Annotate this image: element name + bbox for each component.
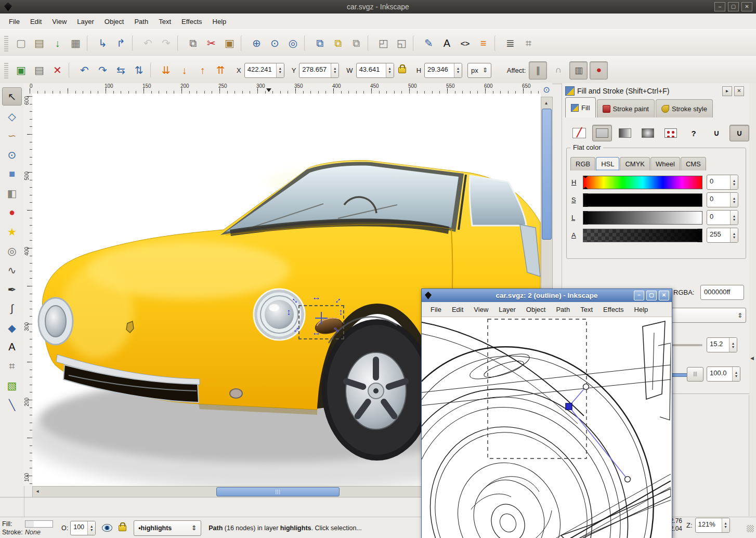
minimize-button[interactable]: – bbox=[634, 291, 644, 300]
raise-to-top-icon[interactable]: ⇈ bbox=[212, 62, 229, 79]
opacity-field[interactable]: 100.0 bbox=[707, 366, 740, 382]
swatch-orange-1[interactable] bbox=[159, 497, 185, 517]
menu-layer[interactable]: Layer bbox=[72, 16, 99, 28]
ungroup-icon[interactable]: ◱ bbox=[393, 35, 410, 52]
tab-stroke-style[interactable]: Stroke style bbox=[656, 99, 713, 117]
close-dialog-button[interactable]: ✕ bbox=[734, 86, 744, 96]
scroll-up-icon[interactable]: ▴ bbox=[541, 98, 551, 108]
layer-visibility-icon[interactable] bbox=[102, 524, 112, 532]
toolbar-grip[interactable] bbox=[4, 62, 8, 78]
fill-linear-gradient-button[interactable] bbox=[615, 125, 635, 141]
unlink-clone-icon[interactable]: ⧉ bbox=[348, 35, 365, 52]
maximize-button[interactable]: ▢ bbox=[728, 2, 739, 11]
fill-rule-nonzero-button[interactable]: ∪ bbox=[729, 125, 749, 141]
swatch-plum-2[interactable] bbox=[343, 497, 370, 517]
menu-object[interactable]: Object bbox=[100, 16, 129, 28]
menu-object[interactable]: Object bbox=[522, 304, 551, 315]
box3d-tool[interactable]: ◧ bbox=[3, 185, 21, 202]
swatch-chameleon-1[interactable] bbox=[79, 497, 106, 517]
tab-cms[interactable]: CMS bbox=[681, 157, 706, 170]
print-icon[interactable]: ▦ bbox=[67, 35, 84, 52]
tab-stroke-paint[interactable]: Stroke paint bbox=[597, 99, 655, 117]
duplicate-icon[interactable]: ⧉ bbox=[311, 35, 329, 52]
fill-rule-evenodd-button[interactable]: ∪ bbox=[707, 125, 726, 141]
hue-slider[interactable] bbox=[583, 176, 702, 189]
zoom-field[interactable]: 121% bbox=[695, 518, 730, 533]
star-tool[interactable]: ★ bbox=[3, 223, 21, 240]
swatch-orange-2[interactable] bbox=[185, 497, 211, 517]
redo-icon[interactable]: ↷ bbox=[158, 35, 175, 52]
fill-swatch[interactable] bbox=[25, 520, 53, 528]
undo-icon[interactable]: ↶ bbox=[139, 35, 157, 52]
horizontal-ruler[interactable]: 0100150200250300350400450500550600650 bbox=[24, 83, 541, 94]
rotate-cw-icon[interactable]: ↷ bbox=[94, 62, 111, 79]
swatch-butter-1[interactable] bbox=[0, 497, 27, 517]
toolbar-grip[interactable] bbox=[4, 35, 8, 51]
window-resize-grip[interactable] bbox=[747, 525, 754, 532]
x-field[interactable]: 422.241 bbox=[244, 63, 284, 78]
create-clone-icon[interactable]: ⧉ bbox=[330, 35, 347, 52]
ellipse-tool[interactable]: ● bbox=[3, 204, 21, 221]
menu-text[interactable]: Text bbox=[576, 304, 597, 315]
group-icon[interactable]: ◰ bbox=[375, 35, 392, 52]
menu-layer[interactable]: Layer bbox=[494, 304, 520, 315]
horizontal-scroll-thumb[interactable]: ||| bbox=[216, 487, 340, 496]
skew-handle-top[interactable]: ↔ bbox=[312, 294, 321, 301]
height-field[interactable]: 29.346 bbox=[424, 63, 462, 78]
align-dialog-icon[interactable]: ≡ bbox=[475, 35, 492, 52]
hue-field[interactable]: 0 bbox=[707, 175, 738, 190]
lock-ratio-icon[interactable] bbox=[398, 67, 406, 73]
y-field[interactable]: 278.657 bbox=[299, 63, 339, 78]
layer-combo[interactable]: •highlights bbox=[134, 520, 201, 536]
save-document-icon[interactable]: ↓ bbox=[49, 35, 66, 52]
menu-path[interactable]: Path bbox=[551, 304, 575, 315]
swatch-chameleon-3[interactable] bbox=[132, 497, 159, 517]
select-all-icon[interactable]: ▣ bbox=[12, 62, 30, 79]
swatch-skyblue-1[interactable] bbox=[238, 497, 264, 517]
lower-icon[interactable]: ↓ bbox=[176, 62, 193, 79]
export-icon[interactable]: ↱ bbox=[112, 35, 129, 52]
unit-combo[interactable]: px bbox=[467, 63, 491, 78]
spiral-tool[interactable]: ◎ bbox=[3, 242, 21, 259]
blur-field[interactable]: 15.2 bbox=[707, 337, 737, 352]
opacity-slider-thumb[interactable]: ||| bbox=[687, 367, 703, 382]
tab-hsl[interactable]: HSL bbox=[596, 157, 619, 170]
document-properties-icon[interactable]: ⌗ bbox=[520, 35, 537, 52]
zoom-selection-icon[interactable]: ⊕ bbox=[248, 35, 265, 52]
xml-editor-icon[interactable]: <> bbox=[457, 35, 474, 52]
maximize-button[interactable]: ▢ bbox=[646, 291, 657, 300]
node-tool[interactable]: ◇ bbox=[3, 108, 21, 125]
menu-path[interactable]: Path bbox=[129, 16, 153, 28]
menu-file[interactable]: File bbox=[426, 304, 446, 315]
raise-icon[interactable]: ↑ bbox=[194, 62, 211, 79]
fill-unknown-button[interactable]: ? bbox=[684, 125, 703, 141]
menu-help[interactable]: Help bbox=[630, 304, 653, 315]
menu-file[interactable]: File bbox=[4, 16, 24, 28]
connector-tool[interactable]: ⌗ bbox=[3, 358, 21, 375]
menu-effects[interactable]: Effects bbox=[177, 16, 207, 28]
zoom-page-icon[interactable]: ◎ bbox=[284, 35, 302, 52]
cut-icon[interactable]: ✂ bbox=[203, 35, 220, 52]
swatch-butter-3[interactable] bbox=[53, 497, 80, 517]
fill-stroke-indicator[interactable]: Fill: Stroke: None bbox=[2, 520, 56, 536]
fill-pattern-button[interactable] bbox=[661, 125, 681, 141]
outline-window[interactable]: car.svgz: 2 (outline) - Inkscape –▢✕ Fil… bbox=[421, 288, 672, 538]
swatch-orange-3[interactable] bbox=[211, 497, 238, 517]
rgba-field[interactable]: 000000ff bbox=[700, 285, 744, 300]
copy-icon[interactable]: ⧉ bbox=[185, 35, 202, 52]
zoom-corner-icon[interactable]: ⊙ bbox=[541, 83, 552, 96]
text-tool[interactable]: A bbox=[3, 338, 21, 356]
main-titlebar[interactable]: car.svgz - Inkscape –▢✕ bbox=[0, 0, 756, 14]
scroll-left-icon[interactable]: ◂ bbox=[34, 487, 41, 496]
layer-lock-icon[interactable] bbox=[119, 525, 126, 531]
swatch-skyblue-2[interactable] bbox=[264, 497, 291, 517]
paste-icon[interactable]: ▣ bbox=[221, 35, 238, 52]
selector-tool[interactable]: ↖ bbox=[2, 87, 22, 106]
new-document-icon[interactable]: ▢ bbox=[12, 35, 30, 52]
text-dialog-icon[interactable]: A bbox=[438, 35, 455, 52]
swatch-skyblue-3[interactable] bbox=[290, 497, 317, 517]
rotate-ccw-icon[interactable]: ↶ bbox=[76, 62, 93, 79]
swatch-plum-1[interactable] bbox=[317, 497, 343, 517]
close-button[interactable]: ✕ bbox=[659, 291, 669, 300]
lightness-slider[interactable] bbox=[583, 211, 702, 225]
